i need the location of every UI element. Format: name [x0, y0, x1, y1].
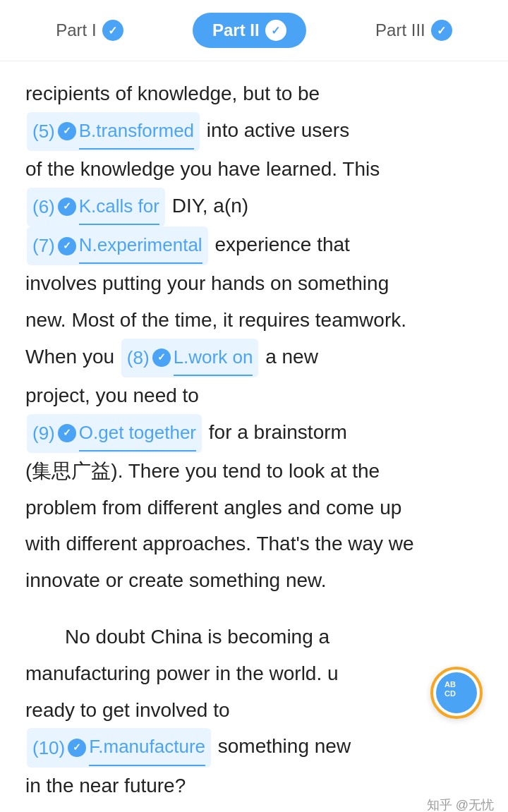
answer-7-text: N.experimental: [79, 228, 202, 264]
answer-chip-10[interactable]: (10) ✓ F.manufacture: [27, 728, 211, 767]
text-after-9: for a brainstorm: [209, 421, 347, 443]
text-para2-line5: in the near future?: [25, 775, 186, 796]
answer-10-num: (10): [32, 731, 65, 765]
watermark: 知乎 @无忧: [427, 796, 494, 812]
answer-chip-6[interactable]: (6) ✓ K.calls for: [27, 188, 165, 226]
answer-chip-9[interactable]: (9) ✓ O.get together: [27, 414, 202, 453]
answer-6-check-icon: ✓: [58, 198, 76, 216]
text-line1: recipients of knowledge, but to be: [25, 83, 320, 104]
answer-7-num: (7): [32, 229, 55, 262]
text-line14: innovate or create something new.: [25, 569, 326, 591]
answer-5-check-icon: ✓: [58, 122, 76, 140]
float-action-button[interactable]: AB CD: [430, 667, 483, 719]
float-btn-inner: AB CD: [436, 672, 477, 713]
header: Part I ✓ Part II ✓ Part III ✓: [0, 0, 508, 61]
answer-chip-5[interactable]: (5) ✓ B.transformed: [27, 112, 200, 151]
text-line9: project, you need to: [25, 384, 199, 406]
tab-part3-label: Part III: [375, 20, 425, 40]
text-line7: new. Most of the time, it requires teamw…: [25, 309, 406, 331]
answer-8-num: (8): [127, 341, 150, 375]
tab-part2-label: Part II: [212, 20, 260, 40]
answer-chip-8[interactable]: (8) ✓ L.work on: [121, 339, 259, 377]
answer-9-check-icon: ✓: [58, 424, 76, 442]
answer-8-check-icon: ✓: [152, 349, 171, 367]
passage-paragraph2: No doubt China is becoming a manufacturi…: [25, 619, 483, 804]
answer-6-num: (6): [32, 190, 55, 224]
passage-text: recipients of knowledge, but to be (5) ✓…: [25, 75, 483, 599]
text-after-8: a new: [265, 346, 318, 368]
text-after-10: something new: [218, 735, 351, 757]
answer-9-text: O.get together: [79, 416, 196, 452]
text-line3: of the knowledge you have learned. This: [25, 158, 380, 180]
answer-5-num: (5): [32, 114, 55, 148]
text-para2-line2: manufacturing power in the world. u: [25, 662, 339, 684]
tab-part2[interactable]: Part II ✓: [193, 13, 306, 48]
answer-6-text: K.calls for: [79, 189, 159, 225]
answer-5-text: B.transformed: [79, 114, 194, 150]
tab-part3-check: ✓: [431, 20, 452, 41]
answer-7-check-icon: ✓: [58, 237, 76, 255]
text-line13: with different approaches. That's the wa…: [25, 533, 414, 555]
text-para2-line3: ready to get involved to: [25, 699, 230, 721]
text-line12: problem from different angles and come u…: [25, 497, 401, 519]
answer-10-check-icon: ✓: [68, 739, 86, 757]
tab-part3[interactable]: Part III ✓: [375, 20, 452, 41]
tab-part1-label: Part I: [56, 20, 96, 40]
text-line8-start: When you: [25, 346, 120, 368]
answer-10-text: F.manufacture: [89, 729, 205, 765]
text-after-7: experience that: [214, 234, 349, 255]
tab-part1-check: ✓: [102, 20, 123, 41]
answer-chip-7[interactable]: (7) ✓ N.experimental: [27, 226, 208, 265]
text-line11: (集思广益). There you tend to look at the: [25, 460, 380, 482]
text-after-6: DIY, a(n): [172, 195, 248, 217]
text-line6: involves putting your hands on something: [25, 272, 389, 294]
text-para2-line1: No doubt China is becoming a: [25, 626, 329, 648]
tab-part2-check: ✓: [265, 20, 286, 41]
text-after-5: into active users: [207, 119, 349, 141]
abcd-icon: AB CD: [445, 681, 468, 705]
answer-8-text: L.work on: [174, 340, 253, 376]
answer-9-num: (9): [32, 416, 55, 450]
tab-part1[interactable]: Part I ✓: [56, 20, 123, 41]
